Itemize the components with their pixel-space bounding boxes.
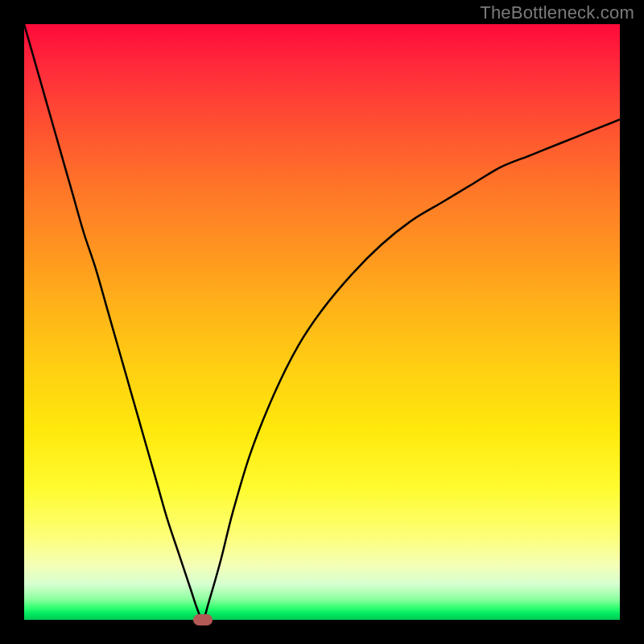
plot-area	[24, 24, 620, 620]
watermark-text: TheBottleneck.com	[480, 2, 634, 23]
bottleneck-curve	[24, 24, 620, 620]
minimum-marker	[193, 614, 213, 625]
chart-frame: TheBottleneck.com	[0, 0, 644, 644]
curve-svg	[24, 24, 620, 620]
